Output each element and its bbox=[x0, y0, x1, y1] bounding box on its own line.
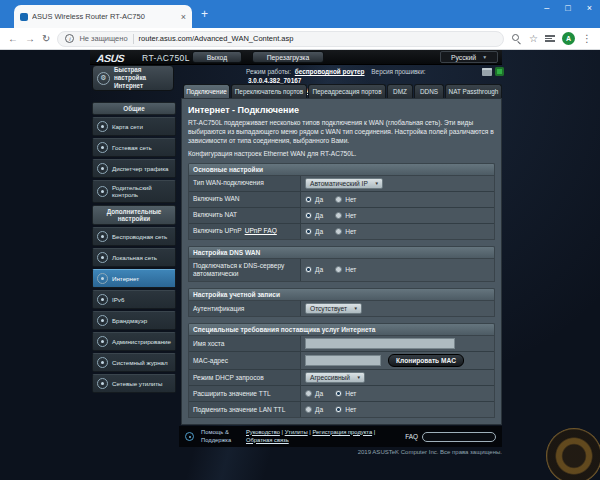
main-panel: Интернет - Подключение RT-AC750L поддерж… bbox=[181, 98, 502, 425]
quick-setup-label: Быстрая настройка Интернет bbox=[114, 66, 169, 90]
tab-nat-passthrough[interactable]: NAT Passthrough bbox=[445, 84, 502, 98]
isp-table: Имя хоста MAC-адрес Клонировать MAC Режи… bbox=[188, 335, 495, 418]
back-icon[interactable]: ← bbox=[8, 34, 18, 44]
lan-icon bbox=[97, 252, 108, 263]
sidebar-item-traffic-manager[interactable]: Диспетчер трафика bbox=[92, 159, 176, 178]
auth-select[interactable]: Отсутствует bbox=[305, 303, 362, 314]
browser-titlebar: ASUS Wireless Router RT-AC750 × + – □ × bbox=[0, 0, 600, 28]
sidebar-item-network-map[interactable]: Карта сети bbox=[92, 117, 176, 136]
mode-label: Режим работы: bbox=[246, 68, 291, 75]
tab-dmz[interactable]: DMZ bbox=[387, 84, 413, 98]
upnp-faq-link[interactable]: UPnP FAQ bbox=[245, 227, 277, 235]
wan-type-value: Автоматический IP bbox=[310, 180, 368, 187]
logout-button[interactable]: Выход bbox=[192, 51, 242, 63]
url-field[interactable]: i Не защищено router.asus.com/Advanced_W… bbox=[57, 31, 504, 47]
dns-auto-yes-radio[interactable] bbox=[305, 266, 312, 273]
manual-link[interactable]: Руководство bbox=[246, 429, 280, 435]
status-line-mode: Режим работы: беспроводной роутер Версия… bbox=[246, 67, 476, 86]
basic-config-table: Тип WAN-подключения Автоматический IP Вк… bbox=[188, 175, 495, 240]
mac-address-input[interactable] bbox=[305, 355, 381, 366]
sidebar-item-label: Администрирование bbox=[112, 338, 171, 345]
mode-value-link[interactable]: беспроводной роутер bbox=[295, 68, 365, 75]
zoom-icon[interactable] bbox=[511, 33, 522, 44]
table-row: Подменить значение LAN TTL Да Нет bbox=[189, 402, 494, 417]
window-maximize-icon[interactable]: □ bbox=[565, 3, 570, 13]
language-select[interactable]: Русский ▼ bbox=[440, 51, 498, 63]
enable-wan-label: Включить WAN bbox=[189, 192, 301, 207]
footer-links: Руководство | Утилиты | Регистрация прод… bbox=[246, 429, 382, 445]
page-title: Интернет - Подключение bbox=[188, 105, 495, 115]
quick-internet-setup-button[interactable]: ⚙ Быстрая настройка Интернет bbox=[92, 65, 174, 91]
enable-wan-no-radio[interactable] bbox=[335, 196, 342, 203]
section-isp-requirements: Специальные требования поставщика услуг … bbox=[188, 323, 495, 335]
utilities-link[interactable]: Утилиты bbox=[285, 429, 308, 435]
yes-label: Да bbox=[315, 196, 323, 203]
link-separator: | bbox=[282, 429, 284, 435]
browser-tab[interactable]: ASUS Wireless Router RT-AC750 × bbox=[14, 5, 192, 28]
tab-port-forwarding[interactable]: Переадресация портов bbox=[308, 84, 386, 98]
router-model: RT-AC750L bbox=[142, 53, 190, 63]
window-close-icon[interactable]: × bbox=[587, 3, 592, 13]
sidebar-item-network-tools[interactable]: Сетевые утилиты bbox=[92, 374, 176, 393]
reload-icon[interactable]: ↻ bbox=[42, 34, 50, 44]
sidebar-item-ipv6[interactable]: IPv6 bbox=[92, 290, 176, 309]
browser-menu-icon[interactable]: ⋮ bbox=[582, 33, 592, 44]
yes-label: Да bbox=[315, 406, 323, 413]
wan-icon bbox=[97, 273, 108, 284]
new-tab-button[interactable]: + bbox=[201, 7, 208, 21]
feedback-link[interactable]: Обратная связь bbox=[246, 437, 289, 443]
tab-close-icon[interactable]: × bbox=[181, 12, 186, 22]
sidebar-item-label: Беспроводная сеть bbox=[112, 233, 167, 240]
extend-ttl-yes-radio[interactable] bbox=[305, 390, 312, 397]
sidebar-item-administration[interactable]: Администрирование bbox=[92, 332, 176, 351]
enable-nat-no-radio[interactable] bbox=[335, 212, 342, 219]
printer-icon[interactable] bbox=[482, 68, 492, 76]
sidebar-item-guest-network[interactable]: Гостевая сеть bbox=[92, 138, 176, 157]
spoof-lan-ttl-no-radio[interactable] bbox=[335, 406, 342, 413]
network-map-icon bbox=[97, 121, 108, 132]
help-support-link[interactable]: Помощь & Поддержка bbox=[201, 429, 239, 443]
forward-icon[interactable]: → bbox=[25, 34, 35, 44]
profile-avatar[interactable]: A bbox=[562, 32, 575, 45]
enable-nat-label: Включить NAT bbox=[189, 208, 301, 223]
clone-mac-button[interactable]: Клонировать MAC bbox=[388, 354, 464, 367]
dhcp-mode-value: Агрессивный bbox=[310, 374, 350, 381]
network-status-icon[interactable] bbox=[495, 67, 504, 76]
sidebar-item-parental-control[interactable]: Родительский контроль bbox=[92, 180, 176, 203]
tab-ddns[interactable]: DDNS bbox=[414, 84, 444, 98]
enable-upnp-no-radio[interactable] bbox=[335, 228, 342, 235]
no-label: Нет bbox=[345, 196, 356, 203]
enable-wan-yes-radio[interactable] bbox=[305, 196, 312, 203]
sidebar-item-lan[interactable]: Локальная сеть bbox=[92, 248, 176, 267]
host-name-input[interactable] bbox=[305, 338, 455, 349]
sidebar-item-firewall[interactable]: Брандмауэр bbox=[92, 311, 176, 330]
dhcp-mode-label: Режим DHCP запросов bbox=[189, 370, 301, 385]
sidebar-item-wireless[interactable]: Беспроводная сеть bbox=[92, 227, 176, 246]
section-wan-dns: Настройка DNS WAN bbox=[188, 246, 495, 258]
wan-type-label: Тип WAN-подключения bbox=[189, 176, 301, 191]
product-registration-link[interactable]: Регистрация продукта bbox=[312, 429, 372, 435]
site-info-icon[interactable]: i bbox=[65, 34, 74, 43]
wan-type-select[interactable]: Автоматический IP bbox=[305, 178, 383, 189]
chevron-down-icon: ▼ bbox=[482, 54, 487, 60]
help-support-icon bbox=[185, 432, 194, 441]
administration-icon bbox=[97, 336, 108, 347]
auth-value: Отсутствует bbox=[310, 305, 347, 312]
enable-nat-yes-radio[interactable] bbox=[305, 212, 312, 219]
reboot-button[interactable]: Перезагрузка bbox=[252, 51, 324, 63]
sidebar-item-wan[interactable]: Интернет bbox=[92, 269, 176, 288]
translate-icon[interactable] bbox=[545, 34, 555, 44]
dns-auto-no-radio[interactable] bbox=[335, 266, 342, 273]
dhcp-mode-select[interactable]: Агрессивный bbox=[305, 372, 365, 383]
site-watermark bbox=[546, 428, 600, 480]
wan-dns-table: Подключаться к DNS-серверу автоматически… bbox=[188, 258, 495, 282]
tab-connection[interactable]: Подключение bbox=[183, 84, 230, 98]
spoof-lan-ttl-yes-radio[interactable] bbox=[305, 406, 312, 413]
enable-upnp-yes-radio[interactable] bbox=[305, 228, 312, 235]
window-minimize-icon[interactable]: – bbox=[544, 3, 549, 13]
bookmark-star-icon[interactable]: ☆ bbox=[529, 33, 538, 44]
sidebar-item-system-log[interactable]: Системный журнал bbox=[92, 353, 176, 372]
table-row: MAC-адрес Клонировать MAC bbox=[189, 352, 494, 370]
tab-port-trigger[interactable]: Переключатель портов bbox=[231, 84, 307, 98]
extend-ttl-no-radio[interactable] bbox=[335, 390, 342, 397]
